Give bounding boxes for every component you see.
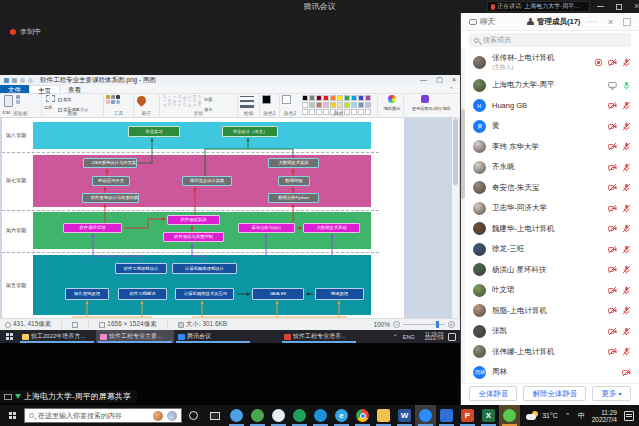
- tab-members[interactable]: 管理成员(17): [527, 17, 580, 27]
- palette-swatch[interactable]: [358, 95, 364, 101]
- camera-off-icon[interactable]: [608, 204, 617, 213]
- magnifier-icon[interactable]: [116, 100, 120, 104]
- taskbar-app-onedrive[interactable]: [226, 405, 247, 426]
- camera-off-icon[interactable]: [608, 101, 617, 110]
- taskbar-app-browser-globe[interactable]: [247, 405, 268, 426]
- eraser-icon[interactable]: [106, 100, 110, 104]
- line-size-icon[interactable]: [240, 95, 254, 109]
- panel-more-icon[interactable]: ···: [587, 17, 598, 26]
- close-icon[interactable]: ×: [634, 2, 639, 11]
- copy-icon[interactable]: [16, 100, 20, 104]
- camera-off-icon[interactable]: [608, 122, 617, 131]
- taskbar-app-security-shield[interactable]: [436, 405, 457, 426]
- mic-off-icon[interactable]: [622, 245, 631, 254]
- shared-start-button[interactable]: [0, 330, 18, 343]
- palette-swatch[interactable]: [316, 102, 322, 108]
- mic-off-icon[interactable]: [622, 163, 631, 172]
- mic-off-icon[interactable]: [622, 122, 631, 131]
- taskbar-app-chrome[interactable]: [352, 405, 373, 426]
- more-button[interactable]: 更多▾: [592, 386, 630, 401]
- paste-icon[interactable]: [4, 95, 13, 107]
- paint-close-icon[interactable]: ×: [452, 75, 456, 85]
- mic-off-icon[interactable]: [622, 347, 631, 356]
- mic-off-icon[interactable]: [622, 224, 631, 233]
- screen-sharing-icon[interactable]: [608, 81, 617, 90]
- mic-off-icon[interactable]: [622, 306, 631, 315]
- member-row[interactable]: 周林周林: [461, 362, 639, 383]
- palette-swatch[interactable]: [323, 95, 329, 101]
- zoom-in-icon[interactable]: +: [448, 321, 455, 328]
- camera-off-icon[interactable]: [608, 224, 617, 233]
- cortana-button[interactable]: [182, 411, 204, 420]
- undo-icon[interactable]: [20, 78, 25, 83]
- unmute-all-button[interactable]: 解除全体静音: [523, 386, 586, 401]
- search-highlight-icon[interactable]: [153, 411, 163, 421]
- mic-on-icon[interactable]: [622, 81, 631, 90]
- palette-swatch[interactable]: [302, 95, 308, 101]
- member-row[interactable]: 黄黄: [461, 116, 639, 137]
- brushes-icon[interactable]: [135, 94, 148, 107]
- paint-canvas[interactable]: 第八学期第七学期第六学期第五学期毕业实习毕业设计（论文）J2EE系统设计与开发实…: [2, 118, 404, 318]
- zoom-slider-thumb[interactable]: [436, 321, 439, 328]
- save-icon[interactable]: [12, 78, 17, 83]
- member-row[interactable]: 徐龙-三旺: [461, 239, 639, 260]
- zoom-slider[interactable]: [403, 324, 445, 325]
- camera-off-icon[interactable]: [622, 368, 631, 377]
- cut-icon[interactable]: [16, 95, 20, 99]
- ribbon-collapse-icon[interactable]: ⌃: [448, 85, 454, 93]
- taskbar-app-internet-explorer[interactable]: e: [331, 405, 352, 426]
- tray-chevron-icon[interactable]: ⌃: [565, 412, 571, 420]
- camera-off-icon[interactable]: [608, 286, 617, 295]
- weather-widget[interactable]: 31°C: [526, 411, 558, 420]
- palette-swatch[interactable]: [337, 95, 343, 101]
- palette-swatch[interactable]: [344, 102, 350, 108]
- language-indicator[interactable]: ENG: [403, 334, 415, 340]
- recording-indicator-icon[interactable]: [594, 58, 603, 67]
- mic-off-icon[interactable]: [622, 265, 631, 274]
- shared-taskbar-item-pdf[interactable]: 软件工程专业培养...: [280, 330, 358, 343]
- palette-swatch[interactable]: [323, 102, 329, 108]
- shared-taskbar-item-meeting[interactable]: 腾讯会议: [174, 330, 252, 343]
- tab-chat[interactable]: 聊天: [469, 17, 495, 27]
- taskbar-app-edge-blue[interactable]: [310, 405, 331, 426]
- member-row[interactable]: 李玮 东华大学: [461, 137, 639, 158]
- paint-home-tab[interactable]: 主页: [29, 85, 60, 93]
- shared-taskbar-item-folder[interactable]: 软工2022年培养方...: [18, 330, 96, 343]
- color-picker-icon[interactable]: [111, 100, 115, 104]
- mic-off-icon[interactable]: [622, 286, 631, 295]
- taskbar-app-excel[interactable]: X: [478, 405, 499, 426]
- outline-label[interactable]: 轮廓: [204, 96, 212, 102]
- member-row[interactable]: 叶文珺: [461, 280, 639, 301]
- member-row[interactable]: 杨洪山 星环科技: [461, 260, 639, 281]
- member-row[interactable]: HHuang GB: [461, 96, 639, 117]
- member-row[interactable]: 卫志华-同济大学: [461, 198, 639, 219]
- fill-bucket-icon[interactable]: [111, 95, 115, 99]
- edit-colors-icon[interactable]: [388, 95, 396, 103]
- start-button[interactable]: [0, 405, 24, 426]
- palette-swatch[interactable]: [365, 102, 371, 108]
- camera-off-icon[interactable]: [608, 265, 617, 274]
- taskbar-app-tencent-meeting[interactable]: [415, 405, 436, 426]
- palette-swatch[interactable]: [358, 102, 364, 108]
- taskbar-app-green-app[interactable]: [289, 405, 310, 426]
- select-icon[interactable]: [46, 95, 55, 102]
- member-search-input[interactable]: 搜索成员: [469, 33, 631, 47]
- panel-close-icon[interactable]: ×: [608, 17, 613, 27]
- mic-off-icon[interactable]: [622, 183, 631, 192]
- action-center-icon[interactable]: [624, 411, 634, 421]
- minimize-icon[interactable]: [597, 6, 604, 7]
- paint-view-tab[interactable]: 查看: [60, 85, 89, 93]
- task-view-button[interactable]: [204, 412, 226, 420]
- canvas-vertical-scrollbar[interactable]: [452, 118, 459, 318]
- text-tool-icon[interactable]: [116, 95, 120, 99]
- palette-swatch[interactable]: [351, 102, 357, 108]
- mic-off-icon[interactable]: [622, 58, 631, 67]
- paint-restore-icon[interactable]: ▢: [436, 75, 443, 85]
- palette-swatch[interactable]: [309, 95, 315, 101]
- member-row[interactable]: 魏建华-上电计算机: [461, 219, 639, 240]
- shared-action-center-icon[interactable]: [448, 333, 456, 341]
- camera-off-icon[interactable]: [608, 347, 617, 356]
- taskbar-app-alarms-clock[interactable]: [268, 405, 289, 426]
- camera-off-icon[interactable]: [608, 306, 617, 315]
- scrollbar-thumb[interactable]: [453, 119, 458, 185]
